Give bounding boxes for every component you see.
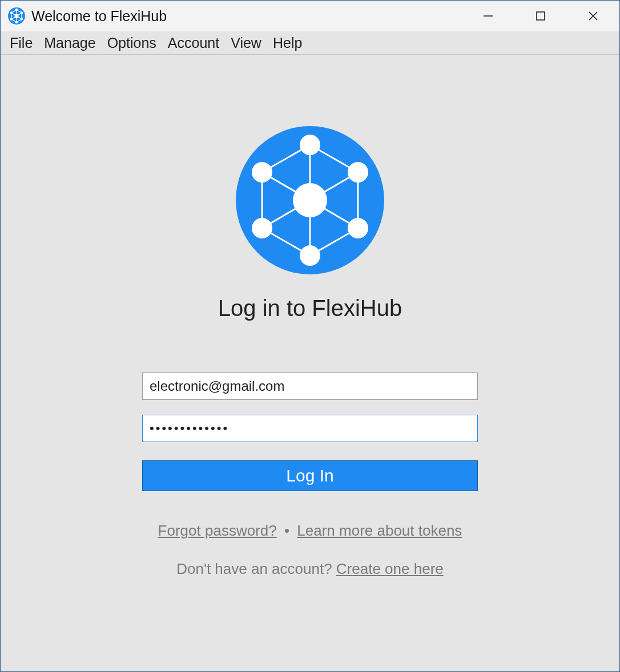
svg-point-5 xyxy=(15,14,19,18)
password-field[interactable] xyxy=(142,415,478,442)
svg-point-25 xyxy=(300,245,320,266)
menu-view[interactable]: View xyxy=(226,34,266,52)
menu-help[interactable]: Help xyxy=(268,34,307,52)
svg-point-24 xyxy=(348,218,368,238)
svg-point-8 xyxy=(21,18,23,21)
title-bar: Welcome to FlexiHub xyxy=(1,1,619,32)
menu-manage[interactable]: Manage xyxy=(39,34,100,52)
main-content: Log in to FlexiHub Log In Forgot passwor… xyxy=(1,55,619,671)
menu-account[interactable]: Account xyxy=(163,34,224,52)
svg-point-23 xyxy=(348,162,368,183)
login-button[interactable]: Log In xyxy=(142,460,478,491)
learn-tokens-link[interactable]: Learn more about tokens xyxy=(297,522,462,539)
signup-row: Don't have an account? Create one here xyxy=(176,560,444,578)
window-title: Welcome to FlexiHub xyxy=(31,8,462,25)
svg-point-7 xyxy=(21,11,23,14)
app-icon xyxy=(7,7,26,25)
svg-point-6 xyxy=(15,9,18,11)
svg-point-27 xyxy=(252,162,272,183)
menu-bar: File Manage Options Account View Help xyxy=(1,32,619,55)
svg-point-9 xyxy=(15,21,18,24)
svg-point-21 xyxy=(293,183,327,217)
svg-point-22 xyxy=(300,135,320,155)
separator-dot: • xyxy=(281,522,293,539)
no-account-text: Don't have an account? xyxy=(176,560,336,577)
svg-point-26 xyxy=(252,218,272,238)
forgot-password-link[interactable]: Forgot password? xyxy=(158,522,277,539)
create-account-link[interactable]: Create one here xyxy=(336,560,444,577)
minimize-button[interactable] xyxy=(462,1,514,31)
svg-point-10 xyxy=(10,18,13,21)
maximize-button[interactable] xyxy=(514,1,567,31)
login-form: Log In xyxy=(142,373,478,491)
help-links-row: Forgot password? • Learn more about toke… xyxy=(158,522,462,540)
flexihub-logo-icon xyxy=(233,123,387,277)
login-heading: Log in to FlexiHub xyxy=(218,295,402,321)
menu-options[interactable]: Options xyxy=(103,34,161,52)
email-field[interactable] xyxy=(142,373,478,400)
svg-rect-13 xyxy=(537,12,545,20)
close-button[interactable] xyxy=(567,1,619,31)
menu-file[interactable]: File xyxy=(5,34,37,52)
svg-point-11 xyxy=(10,11,13,14)
window-controls xyxy=(462,1,619,31)
